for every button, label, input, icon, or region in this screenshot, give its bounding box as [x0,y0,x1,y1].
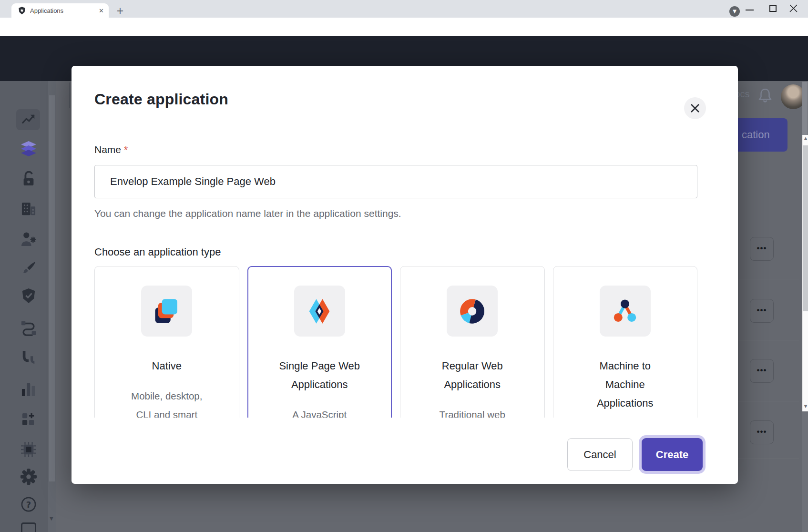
sidebar-item-organizations[interactable] [19,199,38,218]
card-description: A JavaScript [248,405,391,418]
application-name-input[interactable] [94,165,697,198]
new-tab-button[interactable]: + [115,6,125,15]
sidebar-item-auth-pipeline[interactable] [19,348,38,368]
sidebar-item-user-management[interactable] [19,229,38,248]
native-icon-tile [141,286,192,337]
building-icon [21,202,36,216]
application-type-label: Choose an application type [94,246,697,258]
row-more-actions-button[interactable]: ••• [750,299,774,323]
sidebar-item-activity[interactable] [19,110,38,129]
sidebar-item-branding[interactable] [19,259,38,278]
sidebar-item-monitoring[interactable] [19,379,38,399]
row-more-actions-button[interactable]: ••• [750,420,774,444]
user-gear-icon [20,232,37,246]
card-machine-to-machine[interactable]: Machine to Machine Applications [553,266,698,418]
machine-to-machine-icon [610,297,640,326]
sidebar-scrollbar-thumb[interactable] [49,95,55,481]
application-type-cards: Native Mobile, desktop, CLI and smart Si… [94,266,697,418]
actions-flow-icon [20,320,37,336]
card-regular-web[interactable]: Regular Web Applications Traditional web [400,266,545,418]
card-description: Traditional web [400,405,544,418]
cancel-button[interactable]: Cancel [567,438,633,471]
browser-toolbar: ← → ↻ manage.auth0.com/dashboard/eu/drea… [0,18,808,36]
sidebar-scroll-down-icon[interactable]: ▼ [50,516,53,521]
tab-close-icon[interactable]: ✕ [99,7,104,14]
shield-check-icon [21,288,36,304]
browser-tab[interactable]: Applications ✕ [11,3,109,18]
create-button[interactable]: Create [642,438,703,471]
bar-chart-icon [21,381,36,397]
name-field-label: Name* [94,144,697,155]
modal-close-button[interactable] [684,97,706,119]
modal-scroll-area: Name* You can change the application nam… [72,133,738,418]
window-maximize-button[interactable] [769,5,777,12]
sidebar-item-help[interactable]: ? [19,495,38,514]
sidebar-item-applications[interactable] [19,140,38,159]
name-label: Name [94,144,121,155]
window-minimize-button[interactable] [746,10,754,10]
m2m-icon-tile [600,286,651,337]
name-help-text: You can change the application name late… [94,208,697,219]
card-title: Native [95,357,239,375]
sidebar-item-settings[interactable] [19,467,38,486]
spa-icon-tile [294,286,345,337]
regular-web-icon-tile [447,286,498,337]
native-icon [152,297,182,326]
applications-layers-icon [20,141,37,157]
header-divider [70,82,70,108]
chip-icon [21,442,36,457]
notifications-bell-icon[interactable] [757,87,773,106]
modal-title: Create application [94,91,228,108]
card-native[interactable]: Native Mobile, desktop, CLI and smart [94,266,239,418]
single-page-app-icon [305,297,334,326]
window-close-button[interactable] [789,4,798,12]
unlock-icon [20,171,37,186]
create-application-modal: Create application Name* You can change … [72,66,738,484]
sidebar-item-security[interactable] [19,286,38,306]
card-description: Mobile, desktop, CLI and smart [95,387,239,418]
sidebar-item-actions[interactable] [19,318,38,338]
row-more-actions-button[interactable]: ••• [750,359,774,383]
required-asterisk: * [124,144,128,155]
row-more-actions-button[interactable]: ••• [750,237,774,261]
sidebar-item-get-started[interactable] [21,522,36,532]
help-question-icon: ? [21,497,36,512]
tab-title: Applications [30,7,99,14]
modal-scrollbar-thumb[interactable] [803,145,808,311]
paintbrush-icon [21,261,36,276]
marketplace-plus-icon [21,412,36,427]
card-title: Regular Web Applications [400,357,544,394]
sidebar-item-marketplace[interactable] [19,410,38,429]
gear-icon [20,468,37,485]
close-icon [690,103,700,113]
sidebar-item-authentication[interactable] [19,169,38,188]
svg-text:?: ? [26,500,31,510]
card-title: Single Page Web Applications [248,357,391,394]
card-title: Machine to Machine Applications [553,357,697,412]
pipeline-icon [21,350,36,366]
activity-chart-icon [20,113,37,127]
chrome-update-icon[interactable]: ▼ [729,6,740,17]
regular-web-icon [458,297,487,326]
browser-tab-strip: Applications ✕ + ▼ [0,0,808,18]
auth0-favicon-icon [18,7,26,15]
modal-scroll-up-icon[interactable]: ▲ [803,136,808,141]
card-single-page-web[interactable]: Single Page Web Applications A JavaScrip… [247,266,392,418]
sidebar-item-extensions[interactable] [19,440,38,459]
modal-scroll-down-icon[interactable]: ▼ [803,404,808,409]
